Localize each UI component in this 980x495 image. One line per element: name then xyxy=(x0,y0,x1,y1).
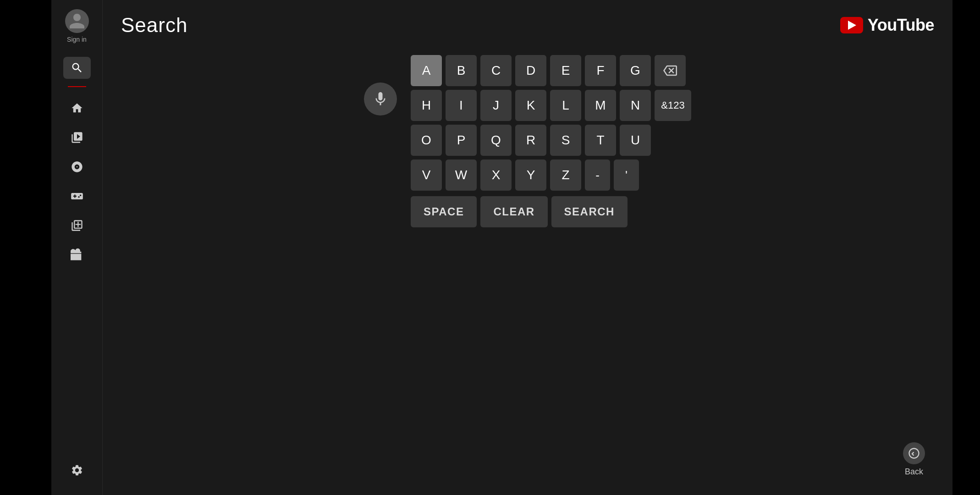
key-k[interactable]: K xyxy=(515,90,546,121)
keyboard-row-4: V W X Y Z - ' xyxy=(411,160,691,191)
space-button[interactable]: SPACE xyxy=(411,196,477,227)
back-circle xyxy=(903,442,925,464)
clear-button[interactable]: CLEAR xyxy=(480,196,547,227)
sign-in-label[interactable]: Sign in xyxy=(67,36,87,43)
sidebar-item-queue[interactable] xyxy=(63,214,91,236)
sidebar-nav xyxy=(51,57,102,459)
keyboard-row-2: H I J K L M N &123 xyxy=(411,90,691,121)
key-v[interactable]: V xyxy=(411,160,442,191)
key-y[interactable]: Y xyxy=(515,160,546,191)
key-l[interactable]: L xyxy=(550,90,581,121)
search-button[interactable]: SEARCH xyxy=(551,196,628,227)
search-icon xyxy=(71,61,83,74)
key-g[interactable]: G xyxy=(620,55,651,86)
key-x[interactable]: X xyxy=(480,160,512,191)
key-s[interactable]: S xyxy=(550,125,581,156)
key-h[interactable]: H xyxy=(411,90,442,121)
left-black-bar xyxy=(0,0,51,495)
trending-icon xyxy=(71,160,83,173)
library-icon xyxy=(71,248,83,261)
microphone-button[interactable] xyxy=(364,82,397,116)
youtube-logo: YouTube xyxy=(840,16,934,35)
numbers-button[interactable]: &123 xyxy=(655,90,691,121)
keyboard: A B C D E F G H I J K L M xyxy=(411,55,691,227)
key-m[interactable]: M xyxy=(585,90,616,121)
play-icon xyxy=(848,21,856,30)
page-title: Search xyxy=(121,14,187,37)
back-icon xyxy=(908,447,920,460)
sidebar-item-trending[interactable] xyxy=(63,156,91,178)
keyboard-area: A B C D E F G H I J K L M xyxy=(121,55,934,227)
key-z[interactable]: Z xyxy=(550,160,581,191)
key-t[interactable]: T xyxy=(585,125,616,156)
person-icon xyxy=(68,12,86,30)
microphone-icon xyxy=(372,91,389,107)
queue-icon xyxy=(71,219,83,232)
sidebar-item-home[interactable] xyxy=(63,97,91,119)
key-d[interactable]: D xyxy=(515,55,546,86)
user-section[interactable]: Sign in xyxy=(65,9,89,43)
sidebar-item-gaming[interactable] xyxy=(63,185,91,207)
back-button[interactable]: Back xyxy=(903,442,925,477)
key-c[interactable]: C xyxy=(480,55,512,86)
keyboard-row-1: A B C D E F G xyxy=(411,55,691,86)
key-f[interactable]: F xyxy=(585,55,616,86)
settings-icon xyxy=(71,464,83,477)
search-active-indicator xyxy=(68,86,86,87)
avatar[interactable] xyxy=(65,9,89,33)
key-n[interactable]: N xyxy=(620,90,651,121)
key-b[interactable]: B xyxy=(446,55,477,86)
key-u[interactable]: U xyxy=(620,125,651,156)
sidebar-item-settings[interactable] xyxy=(63,459,91,481)
sidebar-item-library[interactable] xyxy=(63,244,91,266)
gaming-icon xyxy=(71,190,83,203)
action-row: SPACE CLEAR SEARCH xyxy=(411,196,691,227)
header: Search YouTube xyxy=(121,14,934,37)
key-hyphen[interactable]: - xyxy=(585,160,610,191)
key-j[interactable]: J xyxy=(480,90,512,121)
home-icon xyxy=(71,102,83,115)
youtube-brand-text: YouTube xyxy=(868,16,934,35)
right-black-bar xyxy=(952,0,980,495)
key-w[interactable]: W xyxy=(446,160,477,191)
key-o[interactable]: O xyxy=(411,125,442,156)
sidebar: Sign in xyxy=(51,0,103,495)
key-a[interactable]: A xyxy=(411,55,442,86)
subscriptions-icon xyxy=(71,131,83,144)
sidebar-item-subscriptions[interactable] xyxy=(63,126,91,148)
key-apostrophe[interactable]: ' xyxy=(614,160,639,191)
backspace-icon xyxy=(663,64,677,77)
back-label: Back xyxy=(905,467,923,477)
keyboard-row-3: O P Q R S T U xyxy=(411,125,691,156)
key-r[interactable]: R xyxy=(515,125,546,156)
key-q[interactable]: Q xyxy=(480,125,512,156)
sidebar-item-search[interactable] xyxy=(63,57,91,79)
backspace-button[interactable] xyxy=(655,55,686,86)
main-content: Search YouTube A B C D E F G xyxy=(103,0,952,495)
youtube-icon xyxy=(840,17,863,33)
key-i[interactable]: I xyxy=(446,90,477,121)
key-e[interactable]: E xyxy=(550,55,581,86)
key-p[interactable]: P xyxy=(446,125,477,156)
